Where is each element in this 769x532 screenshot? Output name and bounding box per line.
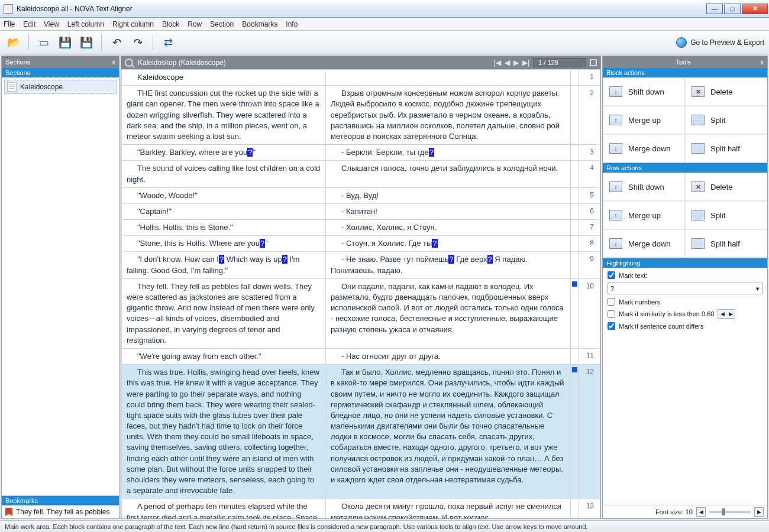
cell-left[interactable]: "I don't know. How can I? Which way is u…	[122, 252, 326, 278]
block-shift-down-button[interactable]: Shift down	[603, 77, 685, 106]
similarity-stepper[interactable]: ◀▶	[718, 309, 735, 319]
arrow-down-icon	[609, 181, 622, 192]
menu-row[interactable]: Row	[188, 20, 202, 28]
cell-left[interactable]: "Hollis, Hollis, this is Stone."	[122, 220, 326, 236]
table-row[interactable]: "I don't know. How can I? Which way is u…	[122, 252, 600, 278]
font-size-slider[interactable]	[709, 511, 751, 513]
page-indicator[interactable]: 1 / 128	[533, 58, 586, 67]
nav-last-button[interactable]: ▶|	[522, 59, 529, 67]
menu-bar: File Edit View Left column Right column …	[0, 18, 769, 31]
section-item[interactable]: Kaleidoscope	[4, 80, 117, 94]
search-icon[interactable]	[125, 59, 133, 67]
new-button[interactable]: ▭	[35, 34, 53, 51]
maximize-view-button[interactable]	[590, 59, 597, 66]
cell-right[interactable]: Около десяти минут прошло, пока первый и…	[326, 499, 571, 518]
menu-block[interactable]: Block	[162, 20, 179, 28]
mark-text-checkbox[interactable]	[608, 271, 615, 279]
block-merge-down-button[interactable]: Merge down	[603, 134, 685, 163]
tool-label: Merge up	[628, 211, 661, 220]
menu-right-column[interactable]: Right column	[112, 20, 154, 28]
nav-next-button[interactable]: ▶	[513, 59, 519, 67]
save-button[interactable]: 💾	[56, 34, 74, 51]
similarity-checkbox[interactable]	[608, 310, 615, 318]
window-close-button[interactable]: ✕	[742, 4, 768, 14]
menu-info[interactable]: Info	[286, 20, 298, 28]
block-merge-up-button[interactable]: Merge up	[603, 106, 685, 134]
save-all-button[interactable]: 💾	[77, 34, 95, 51]
cell-right[interactable]: - Нас относит друг от друга.	[326, 348, 571, 364]
menu-file[interactable]: File	[4, 20, 15, 28]
table-row[interactable]: This was true. Hollis, swinging head ove…	[122, 365, 600, 499]
cell-left[interactable]: A period of perhaps ten minutes elapsed …	[122, 499, 326, 518]
cell-right[interactable]: Они падали, падали, как камни падают в к…	[326, 278, 571, 348]
cell-right[interactable]	[326, 70, 571, 86]
row-delete-button[interactable]: Delete	[685, 173, 767, 201]
cell-row-number: 1	[579, 70, 600, 86]
menu-bookmarks[interactable]: Bookmarks	[242, 20, 277, 28]
nav-first-button[interactable]: |◀	[494, 59, 501, 67]
cell-right[interactable]: Так и было. Холлис, медленно вращаясь, п…	[326, 365, 571, 499]
alignment-grid-scroll[interactable]: Kaleidoscope1THE first concussion cut th…	[121, 69, 600, 518]
row-split-half-button[interactable]: Split half	[685, 229, 767, 258]
mark-numbers-checkbox[interactable]	[608, 298, 615, 306]
block-split-button[interactable]: Split	[685, 106, 767, 134]
font-size-stepper[interactable]: ▶	[754, 507, 764, 517]
cell-right[interactable]: Взрыв огромным консервным ножом вспорол …	[326, 86, 571, 145]
cell-left[interactable]: "Captain!"	[122, 203, 326, 219]
tools-panel-close-button[interactable]: x	[761, 59, 764, 66]
cell-right[interactable]: - Капитан!	[326, 203, 571, 219]
cell-row-number: 3	[579, 145, 600, 161]
cell-row-number: 11	[579, 348, 600, 364]
table-row[interactable]: "Hollis, Hollis, this is Stone."- Холлис…	[122, 220, 600, 236]
tool-label: Delete	[710, 183, 733, 192]
table-row[interactable]: "We're going away from each other."- Нас…	[122, 348, 600, 364]
sections-panel-close-button[interactable]: x	[112, 59, 116, 66]
redo-button[interactable]: ↷	[129, 34, 147, 51]
cell-left[interactable]: This was true. Hollis, swinging head ove…	[122, 365, 326, 499]
row-merge-down-button[interactable]: Merge down	[603, 229, 685, 258]
swap-button[interactable]: ⇄	[159, 34, 177, 51]
table-row[interactable]: "Woode, Woode!"- Вуд, Вуд!5	[122, 187, 600, 203]
row-split-button[interactable]: Split	[685, 201, 767, 229]
menu-section[interactable]: Section	[210, 20, 234, 28]
cell-right[interactable]: - Стоун, я Холлис. Где ты?	[326, 236, 571, 252]
mark-text-combo[interactable]: ? ▾	[608, 283, 762, 294]
nav-prev-button[interactable]: ◀	[505, 59, 510, 67]
undo-button[interactable]: ↶	[108, 34, 125, 51]
table-row[interactable]: "Barkley, Barkley, where are you?"- Берк…	[122, 145, 600, 161]
row-merge-up-button[interactable]: Merge up	[603, 201, 685, 229]
menu-view[interactable]: View	[44, 20, 59, 28]
cell-left[interactable]: They fell. They fell as pebbles fall dow…	[122, 278, 326, 348]
cell-right[interactable]: Слышатся голоса, точно дети заблудились …	[326, 161, 571, 187]
font-size-stepper[interactable]: ◀	[696, 507, 706, 517]
table-row[interactable]: Kaleidoscope1	[122, 70, 600, 86]
table-row[interactable]: "Stone, this is Hollis. Where are you?"-…	[122, 236, 600, 252]
cell-left[interactable]: THE first concussion cut the rocket up t…	[122, 86, 326, 145]
sentence-count-checkbox[interactable]	[608, 322, 615, 330]
row-shift-down-button[interactable]: Shift down	[603, 173, 685, 201]
cell-left[interactable]: "We're going away from each other."	[122, 348, 326, 364]
menu-left-column[interactable]: Left column	[67, 20, 104, 28]
bookmark-item[interactable]: They fell. They fell as pebbles	[2, 505, 119, 518]
window-minimize-button[interactable]: —	[706, 4, 723, 14]
block-delete-button[interactable]: Delete	[685, 77, 767, 106]
table-row[interactable]: They fell. They fell as pebbles fall dow…	[122, 278, 600, 348]
cell-left[interactable]: Kaleidoscope	[122, 70, 326, 86]
cell-left[interactable]: "Woode, Woode!"	[122, 187, 326, 203]
cell-right[interactable]: - Беркли, Беркли, ты где?	[326, 145, 571, 161]
table-row[interactable]: "Captain!"- Капитан!6	[122, 203, 600, 219]
cell-right[interactable]: - Вуд, Вуд!	[326, 187, 571, 203]
preview-export-button[interactable]: Go to Preview & Export	[676, 37, 764, 48]
open-button[interactable]: 📂	[5, 34, 22, 51]
table-row[interactable]: THE first concussion cut the rocket up t…	[122, 86, 600, 145]
cell-left[interactable]: "Barkley, Barkley, where are you?"	[122, 145, 326, 161]
window-maximize-button[interactable]: □	[724, 4, 741, 14]
table-row[interactable]: The sound of voices calling like lost ch…	[122, 161, 600, 187]
block-split-half-button[interactable]: Split half	[685, 134, 767, 163]
table-row[interactable]: A period of perhaps ten minutes elapsed …	[122, 499, 600, 518]
cell-left[interactable]: "Stone, this is Hollis. Where are you?"	[122, 236, 326, 252]
cell-left[interactable]: The sound of voices calling like lost ch…	[122, 161, 326, 187]
cell-right[interactable]: - Не знаю. Разве тут поймешь? Где верх? …	[326, 252, 571, 278]
cell-right[interactable]: - Холлис, Холлис, я Стоун.	[326, 220, 571, 236]
menu-edit[interactable]: Edit	[23, 20, 35, 28]
